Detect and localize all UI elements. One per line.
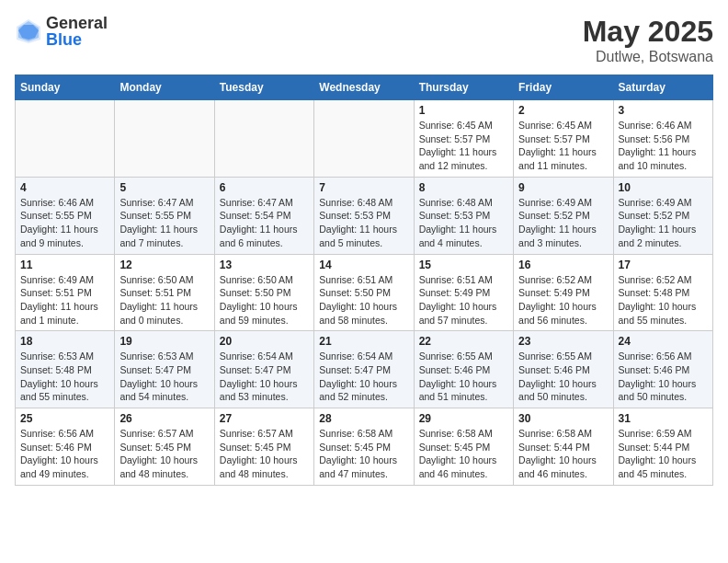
calendar-cell: 19Sunrise: 6:53 AM Sunset: 5:47 PM Dayli…: [115, 331, 214, 408]
calendar-cell: 31Sunrise: 6:59 AM Sunset: 5:44 PM Dayli…: [613, 408, 712, 486]
day-info: Sunrise: 6:48 AM Sunset: 5:53 PM Dayligh…: [319, 196, 408, 250]
day-info: Sunrise: 6:55 AM Sunset: 5:46 PM Dayligh…: [419, 350, 508, 404]
day-number: 13: [220, 259, 309, 271]
day-number: 25: [20, 412, 109, 425]
calendar-cell: 6Sunrise: 6:47 AM Sunset: 5:54 PM Daylig…: [214, 177, 313, 254]
day-number: 26: [119, 412, 209, 425]
day-info: Sunrise: 6:47 AM Sunset: 5:54 PM Dayligh…: [220, 196, 309, 250]
calendar-cell: [314, 100, 414, 178]
day-number: 14: [319, 259, 408, 271]
logo-icon: [15, 17, 42, 45]
calendar-cell: 27Sunrise: 6:57 AM Sunset: 5:45 PM Dayli…: [214, 408, 313, 486]
day-info: Sunrise: 6:54 AM Sunset: 5:47 PM Dayligh…: [220, 350, 309, 404]
day-info: Sunrise: 6:49 AM Sunset: 5:52 PM Dayligh…: [619, 196, 708, 250]
day-info: Sunrise: 6:51 AM Sunset: 5:49 PM Dayligh…: [419, 273, 508, 327]
weekday-header-thursday: Thursday: [414, 75, 513, 100]
day-info: Sunrise: 6:53 AM Sunset: 5:48 PM Dayligh…: [20, 350, 109, 404]
calendar-week-row: 25Sunrise: 6:56 AM Sunset: 5:46 PM Dayli…: [16, 408, 713, 486]
day-number: 15: [419, 259, 508, 271]
day-info: Sunrise: 6:50 AM Sunset: 5:51 PM Dayligh…: [119, 273, 209, 327]
calendar-cell: [115, 100, 214, 178]
day-info: Sunrise: 6:46 AM Sunset: 5:56 PM Dayligh…: [619, 119, 708, 173]
calendar-cell: 12Sunrise: 6:50 AM Sunset: 5:51 PM Dayli…: [115, 254, 214, 331]
day-info: Sunrise: 6:50 AM Sunset: 5:50 PM Dayligh…: [220, 273, 309, 327]
day-number: 7: [319, 181, 408, 194]
day-number: 19: [119, 335, 209, 348]
day-info: Sunrise: 6:48 AM Sunset: 5:53 PM Dayligh…: [419, 196, 508, 250]
day-number: 5: [119, 181, 209, 194]
weekday-header-friday: Friday: [514, 75, 613, 100]
day-info: Sunrise: 6:51 AM Sunset: 5:50 PM Dayligh…: [319, 273, 408, 327]
calendar-cell: 5Sunrise: 6:47 AM Sunset: 5:55 PM Daylig…: [115, 177, 214, 254]
day-number: 27: [220, 412, 309, 425]
logo-text: General Blue: [46, 15, 108, 48]
calendar-cell: 9Sunrise: 6:49 AM Sunset: 5:52 PM Daylig…: [514, 177, 613, 254]
day-info: Sunrise: 6:53 AM Sunset: 5:47 PM Dayligh…: [119, 350, 209, 404]
weekday-header-monday: Monday: [115, 75, 214, 100]
logo-general-text: General: [46, 15, 108, 31]
day-number: 12: [119, 259, 209, 271]
day-number: 24: [619, 335, 708, 348]
weekday-header-sunday: Sunday: [16, 75, 115, 100]
calendar-cell: 22Sunrise: 6:55 AM Sunset: 5:46 PM Dayli…: [414, 331, 513, 408]
day-number: 16: [518, 259, 608, 271]
day-number: 8: [419, 181, 508, 194]
day-number: 17: [619, 259, 708, 271]
calendar-week-row: 11Sunrise: 6:49 AM Sunset: 5:51 PM Dayli…: [16, 254, 713, 331]
title-block: May 2025 Dutlwe, Botswana: [583, 15, 713, 65]
day-info: Sunrise: 6:45 AM Sunset: 5:57 PM Dayligh…: [518, 119, 608, 173]
logo-blue-text: Blue: [46, 31, 108, 48]
day-info: Sunrise: 6:47 AM Sunset: 5:55 PM Dayligh…: [119, 196, 209, 250]
day-info: Sunrise: 6:58 AM Sunset: 5:45 PM Dayligh…: [419, 427, 508, 481]
day-number: 6: [220, 181, 309, 194]
day-number: 20: [220, 335, 309, 348]
calendar-cell: [16, 100, 115, 178]
weekday-header-row: SundayMondayTuesdayWednesdayThursdayFrid…: [16, 75, 713, 100]
weekday-header-wednesday: Wednesday: [314, 75, 414, 100]
day-number: 30: [518, 412, 608, 425]
day-number: 22: [419, 335, 508, 348]
calendar-cell: 30Sunrise: 6:58 AM Sunset: 5:44 PM Dayli…: [514, 408, 613, 486]
calendar-week-row: 1Sunrise: 6:45 AM Sunset: 5:57 PM Daylig…: [16, 100, 713, 178]
calendar-cell: 13Sunrise: 6:50 AM Sunset: 5:50 PM Dayli…: [214, 254, 313, 331]
day-info: Sunrise: 6:46 AM Sunset: 5:55 PM Dayligh…: [20, 196, 109, 250]
calendar-cell: 21Sunrise: 6:54 AM Sunset: 5:47 PM Dayli…: [314, 331, 414, 408]
calendar-cell: [214, 100, 313, 178]
day-number: 21: [319, 335, 408, 348]
day-number: 29: [419, 412, 508, 425]
calendar-cell: 25Sunrise: 6:56 AM Sunset: 5:46 PM Dayli…: [16, 408, 115, 486]
calendar-cell: 11Sunrise: 6:49 AM Sunset: 5:51 PM Dayli…: [16, 254, 115, 331]
day-info: Sunrise: 6:58 AM Sunset: 5:45 PM Dayligh…: [319, 427, 408, 481]
calendar-cell: 14Sunrise: 6:51 AM Sunset: 5:50 PM Dayli…: [314, 254, 414, 331]
calendar-cell: 7Sunrise: 6:48 AM Sunset: 5:53 PM Daylig…: [314, 177, 414, 254]
month-title: May 2025: [583, 15, 713, 49]
day-number: 9: [518, 181, 608, 194]
calendar-cell: 29Sunrise: 6:58 AM Sunset: 5:45 PM Dayli…: [414, 408, 513, 486]
day-number: 2: [518, 104, 608, 117]
day-number: 10: [619, 181, 708, 194]
day-info: Sunrise: 6:49 AM Sunset: 5:52 PM Dayligh…: [518, 196, 608, 250]
day-info: Sunrise: 6:59 AM Sunset: 5:44 PM Dayligh…: [619, 427, 708, 481]
calendar-cell: 4Sunrise: 6:46 AM Sunset: 5:55 PM Daylig…: [16, 177, 115, 254]
location-title: Dutlwe, Botswana: [583, 49, 713, 65]
calendar-week-row: 18Sunrise: 6:53 AM Sunset: 5:48 PM Dayli…: [16, 331, 713, 408]
day-number: 31: [619, 412, 708, 425]
calendar-body: 1Sunrise: 6:45 AM Sunset: 5:57 PM Daylig…: [16, 100, 713, 486]
calendar-cell: 23Sunrise: 6:55 AM Sunset: 5:46 PM Dayli…: [514, 331, 613, 408]
calendar-cell: 18Sunrise: 6:53 AM Sunset: 5:48 PM Dayli…: [16, 331, 115, 408]
calendar-table: SundayMondayTuesdayWednesdayThursdayFrid…: [15, 75, 713, 486]
day-info: Sunrise: 6:54 AM Sunset: 5:47 PM Dayligh…: [319, 350, 408, 404]
day-number: 28: [319, 412, 408, 425]
day-number: 18: [20, 335, 109, 348]
day-number: 11: [20, 259, 109, 271]
calendar-week-row: 4Sunrise: 6:46 AM Sunset: 5:55 PM Daylig…: [16, 177, 713, 254]
day-info: Sunrise: 6:49 AM Sunset: 5:51 PM Dayligh…: [20, 273, 109, 327]
day-number: 3: [619, 104, 708, 117]
calendar-cell: 26Sunrise: 6:57 AM Sunset: 5:45 PM Dayli…: [115, 408, 214, 486]
calendar-cell: 16Sunrise: 6:52 AM Sunset: 5:49 PM Dayli…: [514, 254, 613, 331]
page-header: General Blue May 2025 Dutlwe, Botswana: [15, 15, 713, 65]
calendar-cell: 1Sunrise: 6:45 AM Sunset: 5:57 PM Daylig…: [414, 100, 513, 178]
day-info: Sunrise: 6:57 AM Sunset: 5:45 PM Dayligh…: [119, 427, 209, 481]
day-info: Sunrise: 6:58 AM Sunset: 5:44 PM Dayligh…: [518, 427, 608, 481]
logo: General Blue: [15, 15, 108, 48]
